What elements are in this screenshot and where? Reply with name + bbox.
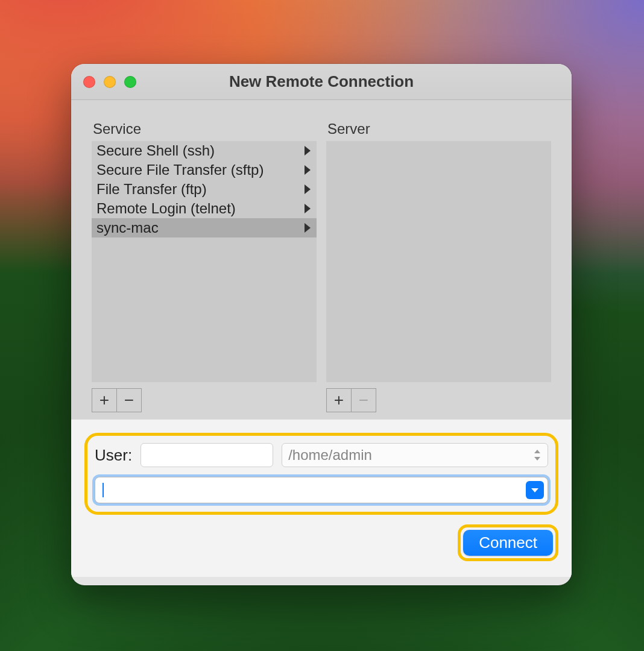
chevron-right-icon xyxy=(305,165,311,175)
new-remote-connection-window: New Remote Connection Service Secure She… xyxy=(71,64,572,585)
server-column: Server + − xyxy=(326,121,551,420)
upper-panel: Service Secure Shell (ssh)Secure File Tr… xyxy=(71,100,572,420)
connect-button[interactable]: Connect xyxy=(463,530,553,556)
service-label: Service xyxy=(92,121,317,141)
traffic-lights xyxy=(83,76,136,88)
remove-server-button: − xyxy=(351,388,376,412)
add-server-button[interactable]: + xyxy=(326,388,352,412)
service-item[interactable]: Secure Shell (ssh) xyxy=(92,141,317,160)
service-add-remove: + − xyxy=(92,388,317,412)
zoom-window-button[interactable] xyxy=(124,76,136,88)
chevron-right-icon xyxy=(305,184,311,194)
close-window-button[interactable] xyxy=(83,76,95,88)
service-item-label: Secure Shell (ssh) xyxy=(96,142,215,159)
service-column: Service Secure Shell (ssh)Secure File Tr… xyxy=(92,121,317,420)
server-listbox[interactable] xyxy=(326,141,551,382)
service-listbox[interactable]: Secure Shell (ssh)Secure File Transfer (… xyxy=(92,141,317,382)
combobox-dropdown-button[interactable] xyxy=(526,481,544,499)
command-combobox[interactable] xyxy=(95,477,548,503)
chevron-down-icon xyxy=(531,488,538,492)
text-caret xyxy=(103,483,104,497)
user-label: User: xyxy=(95,446,132,465)
service-item[interactable]: Secure File Transfer (sftp) xyxy=(92,160,317,180)
chevron-right-icon xyxy=(305,223,311,233)
user-input[interactable] xyxy=(140,443,273,467)
lower-panel: User: /home/admin Connect xyxy=(71,420,572,577)
window-title: New Remote Connection xyxy=(71,72,572,91)
service-item-label: sync-mac xyxy=(96,219,159,236)
path-select[interactable]: /home/admin xyxy=(282,443,548,467)
updown-icon xyxy=(533,448,541,462)
service-item[interactable]: sync-mac xyxy=(92,218,317,237)
titlebar: New Remote Connection xyxy=(71,64,572,100)
chevron-right-icon xyxy=(305,146,311,156)
server-label: Server xyxy=(326,121,551,141)
service-item[interactable]: Remote Login (telnet) xyxy=(92,199,317,218)
service-item-label: Remote Login (telnet) xyxy=(96,200,236,217)
highlighted-user-section: User: /home/admin xyxy=(84,433,558,515)
server-add-remove: + − xyxy=(326,388,551,412)
service-item[interactable]: File Transfer (ftp) xyxy=(92,180,317,199)
chevron-right-icon xyxy=(305,204,311,213)
service-item-label: File Transfer (ftp) xyxy=(96,181,207,198)
minimize-window-button[interactable] xyxy=(104,76,116,88)
path-select-value: /home/admin xyxy=(288,447,372,464)
remove-service-button[interactable]: − xyxy=(116,388,142,412)
service-item-label: Secure File Transfer (sftp) xyxy=(96,162,264,178)
highlighted-connect-section: Connect xyxy=(458,524,558,561)
add-service-button[interactable]: + xyxy=(92,388,117,412)
